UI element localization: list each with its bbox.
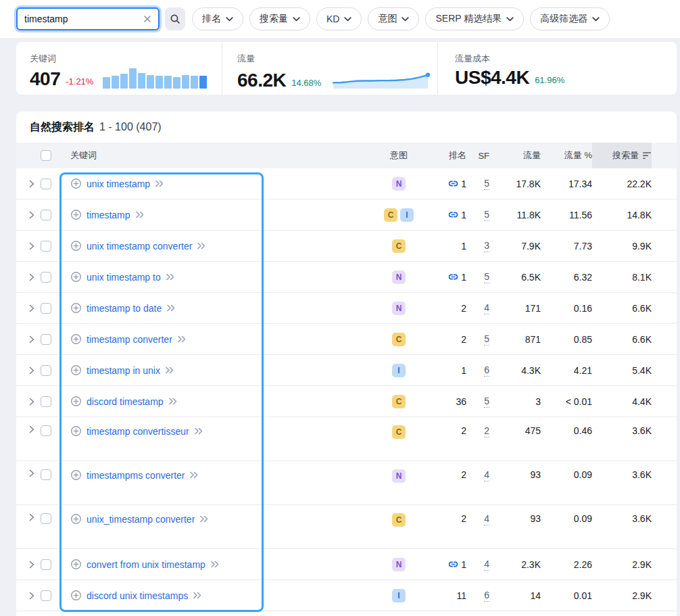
keyword-details-icon[interactable] (166, 304, 176, 312)
traffic-pct-cell: 6.32 (541, 272, 592, 283)
intent-badge-C: C (392, 333, 406, 346)
keyword-link[interactable]: timestamp (87, 210, 130, 220)
expand-row-chevron-icon[interactable] (23, 335, 41, 343)
row-checkbox[interactable] (41, 365, 51, 376)
position-link-icon[interactable] (448, 272, 458, 282)
expand-row-chevron-icon[interactable] (23, 592, 41, 600)
traffic-cell: 7.9K (489, 241, 541, 252)
col-keyword: 关键词 (59, 143, 264, 168)
keyword-details-icon[interactable] (193, 592, 202, 599)
expand-row-chevron-icon[interactable] (23, 211, 41, 219)
volume-cell: 8.1K (592, 272, 652, 283)
add-keyword-icon[interactable] (70, 425, 82, 437)
keyword-details-icon[interactable] (168, 398, 178, 405)
traffic-cell: 6.5K (489, 272, 541, 283)
position-cell: 2 (429, 334, 466, 345)
search-button[interactable] (165, 7, 185, 30)
position-link-icon[interactable] (448, 179, 458, 189)
filter-dropdown-0[interactable]: 排名 (192, 7, 243, 30)
filter-dropdown-5[interactable]: 高级筛选器 (530, 7, 610, 30)
keyword-details-icon[interactable] (155, 180, 164, 187)
row-checkbox[interactable] (41, 469, 51, 480)
add-keyword-icon[interactable] (70, 396, 82, 407)
keyword-link[interactable]: convert from unix timestamp (87, 559, 205, 570)
clear-search-icon[interactable] (142, 14, 153, 24)
row-checkbox[interactable] (41, 513, 51, 524)
expand-row-chevron-icon[interactable] (23, 366, 41, 375)
add-keyword-icon[interactable] (70, 302, 82, 314)
keyword-details-icon[interactable] (194, 427, 203, 435)
keyword-link[interactable]: unix timestamp (87, 179, 150, 189)
keyword-link[interactable]: timestamp convertisseur (87, 426, 189, 437)
intent-badge-C: C (392, 239, 406, 253)
add-keyword-icon[interactable] (70, 559, 82, 570)
row-checkbox[interactable] (41, 303, 51, 314)
expand-row-chevron-icon[interactable] (23, 180, 41, 188)
keyword-link[interactable]: unix timestamp to (87, 272, 161, 283)
keyword-details-icon[interactable] (210, 561, 220, 568)
position-cell: 1 (429, 210, 466, 220)
row-checkbox[interactable] (41, 590, 51, 601)
expand-row-chevron-icon[interactable] (23, 242, 41, 250)
trend-bar (155, 76, 163, 89)
keyword-link[interactable]: unix_timestamp converter (87, 514, 195, 525)
row-checkbox[interactable] (41, 210, 51, 220)
keyword-details-icon[interactable] (189, 471, 199, 479)
expand-row-chevron-icon[interactable] (23, 304, 41, 312)
row-checkbox[interactable] (41, 559, 51, 570)
add-keyword-icon[interactable] (70, 240, 82, 252)
keyword-link[interactable]: discord unix timestamps (87, 590, 188, 601)
col-volume-sort[interactable]: 搜索量 (592, 143, 652, 168)
row-checkbox[interactable] (41, 334, 51, 345)
position-value: 1 (461, 179, 466, 189)
keyword-details-icon[interactable] (197, 242, 206, 250)
add-keyword-icon[interactable] (70, 469, 82, 481)
add-keyword-icon[interactable] (70, 590, 82, 601)
keyword-link[interactable]: timestamp to date (87, 303, 162, 314)
keyword-link[interactable]: discord timestamp (87, 396, 164, 407)
keyword-link[interactable]: timestamp converter (87, 334, 172, 345)
expand-row-chevron-icon[interactable] (23, 513, 41, 521)
position-value: 2 (461, 469, 466, 480)
volume-cell: 9.9K (592, 241, 652, 252)
keyword-search-input[interactable] (16, 7, 160, 30)
filter-dropdown-4[interactable]: SERP 精选结果 (425, 7, 524, 30)
add-keyword-icon[interactable] (70, 178, 82, 189)
select-all-checkbox[interactable] (41, 150, 51, 161)
row-checkbox[interactable] (41, 179, 51, 189)
filter-dropdown-2[interactable]: KD (316, 7, 362, 30)
add-keyword-icon[interactable] (70, 209, 82, 220)
keyword-link[interactable]: unix timestamp converter (87, 241, 192, 252)
keyword-link[interactable]: timestamp in unix (87, 365, 160, 376)
position-link-icon[interactable] (448, 559, 458, 569)
expand-row-chevron-icon[interactable] (23, 561, 41, 569)
add-keyword-icon[interactable] (70, 271, 82, 283)
keyword-details-icon[interactable] (166, 273, 175, 281)
add-keyword-icon[interactable] (70, 513, 82, 525)
sf-cell: 5 (466, 209, 489, 221)
expand-row-chevron-icon[interactable] (23, 398, 41, 406)
filter-dropdown-3[interactable]: 意图 (368, 7, 419, 30)
keyword-details-icon[interactable] (199, 515, 209, 523)
sf-cell: 2 (466, 425, 489, 437)
row-checkbox[interactable] (41, 272, 51, 283)
row-checkbox[interactable] (41, 425, 51, 436)
add-keyword-icon[interactable] (70, 364, 82, 376)
expand-row-chevron-icon[interactable] (23, 273, 41, 281)
keyword-details-icon[interactable] (177, 335, 187, 343)
intent-badges: CI (368, 208, 429, 222)
expand-row-chevron-icon[interactable] (23, 425, 41, 433)
stat-keywords: 关键词 407 -1.21% (16, 42, 222, 95)
table-header: 关键词 意图 排名 SF 流量 流量 % 搜索量 (16, 143, 677, 168)
position-link-icon[interactable] (448, 210, 458, 220)
filter-dropdown-1[interactable]: 搜索量 (249, 7, 310, 30)
keyword-link[interactable]: timestampms converter (87, 470, 185, 481)
intent-badges: C (368, 425, 429, 439)
expand-row-chevron-icon[interactable] (23, 469, 41, 477)
keyword-details-icon[interactable] (165, 366, 174, 374)
add-keyword-icon[interactable] (70, 333, 82, 345)
intent-badge-I: I (392, 589, 406, 602)
row-checkbox[interactable] (41, 396, 51, 407)
row-checkbox[interactable] (41, 241, 51, 252)
keyword-details-icon[interactable] (135, 211, 145, 218)
